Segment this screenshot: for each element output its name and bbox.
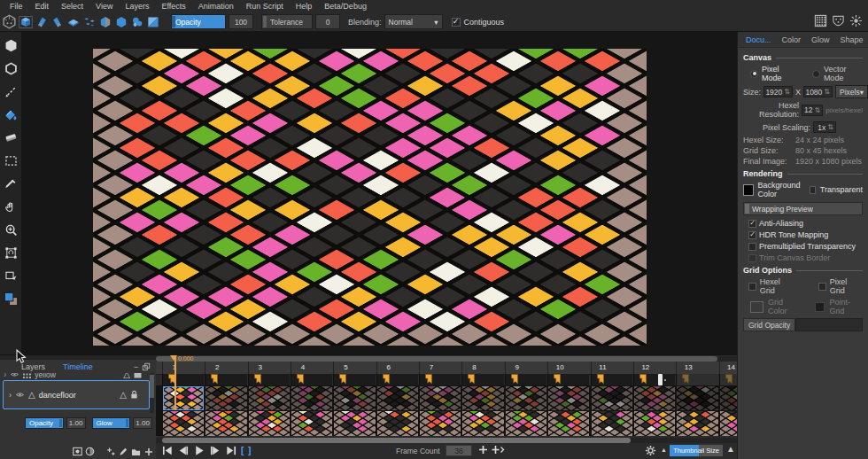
frame-thumbnail[interactable] [377,411,418,436]
frame-thumbnail[interactable] [592,386,632,410]
keyframe-cell[interactable] [505,374,546,385]
hexel-resolution-spinbox[interactable]: 12⇅ [802,105,823,116]
canvas-artwork[interactable] [93,49,647,346]
layer-row-dancefloor[interactable]: › △ dancefloor △ [3,380,150,409]
expand-icon[interactable]: › [9,391,12,400]
keyframe-cell[interactable] [333,374,375,385]
frame-thumbnail[interactable] [720,386,737,410]
frame-thumbnail[interactable] [291,411,332,436]
skip-end-icon[interactable] [225,445,237,456]
menu-select[interactable]: Select [55,2,89,11]
keyframe-cell[interactable] [162,374,204,385]
frame-thumbnail[interactable] [377,386,418,410]
frame-thumbnail[interactable] [634,386,675,410]
canvas-width-spinbox[interactable]: 1920⇅ [763,86,793,97]
thumbnail-size-slider[interactable]: Thumbnail Size [670,445,723,456]
layer-opacity-slider[interactable]: Opacity [25,417,64,429]
skip-start-icon[interactable] [161,445,174,456]
wedge-left-tool[interactable] [34,13,49,30]
app-logo[interactable] [2,13,17,30]
loop-toggle-icon[interactable]: [ ] [241,446,252,455]
frame-thumbnail[interactable] [462,386,503,410]
frame-number[interactable]: 3 [250,363,271,371]
menu-run-script[interactable]: Run Script [240,2,290,11]
menu-effects[interactable]: Effects [155,2,191,11]
layer-row-yellow[interactable]: › yellow △ [4,373,147,380]
frame-thumbnail[interactable] [205,386,246,410]
add-frame-icon[interactable] [478,445,488,455]
frame-thumbnail[interactable] [249,411,290,436]
slab-tool[interactable] [66,13,81,30]
frame-thumbnail[interactable] [291,386,332,410]
keyframe-marker[interactable] [639,374,647,385]
layer-opacity-value[interactable]: 1.00 [66,417,86,429]
eyedropper-tool[interactable] [2,175,19,193]
popout-panel-icon[interactable] [142,362,151,371]
frame-thumbnail[interactable] [720,411,737,436]
premultiplied-transparency-checkbox[interactable] [748,243,756,251]
frame-thumbnail[interactable] [420,386,461,410]
zoom-tool[interactable] [2,221,19,239]
frame-thumbnail[interactable] [677,386,717,410]
keyframe-marker[interactable] [425,374,433,385]
frame-number[interactable]: 11 [593,363,614,371]
menu-beta-debug[interactable]: Beta/Debug [318,2,373,11]
timeline-settings-gear-icon[interactable] [645,445,656,456]
keyframe-marker[interactable] [383,374,391,385]
opacity-slider[interactable]: Opacity [171,14,226,29]
keyframe-marker[interactable] [554,374,562,385]
menu-animation[interactable]: Animation [192,2,240,11]
keyframe-marker[interactable] [725,374,733,385]
expand-icon[interactable]: › [4,373,6,379]
add-layer-icon[interactable] [143,446,153,457]
canvas-resize-tool[interactable] [2,267,19,285]
menu-edit[interactable]: Edit [29,2,56,11]
keyframe-marker[interactable] [297,374,305,385]
blob-tool[interactable] [129,13,144,30]
frame-number[interactable]: 9 [507,363,528,371]
menu-view[interactable]: View [89,2,119,11]
grid-opacity-slider[interactable]: Grid Opacity [743,318,795,331]
frame-thumbnail[interactable] [205,411,246,436]
trim-canvas-border-checkbox[interactable] [748,254,756,262]
keyframe-marker[interactable] [468,374,476,385]
step-forward-icon[interactable] [209,445,221,456]
layers-scrollbar[interactable] [150,373,154,413]
keyframe-cell[interactable] [719,374,737,385]
background-color-swatch[interactable] [743,184,754,196]
tab-glow[interactable]: Glow [806,35,835,44]
point-grid-swatch[interactable] [815,302,825,312]
keyframe-marker[interactable] [682,374,690,385]
size-units-dropdown[interactable]: Pixels▾ [835,85,868,98]
onion-skin-icon[interactable] [85,446,95,457]
frame-thumbnail[interactable] [163,386,204,410]
lock-icon[interactable] [130,390,138,400]
frame-count-value[interactable]: 36 [446,445,472,456]
play-icon[interactable] [193,445,205,456]
pixel-grid-checkbox[interactable] [818,283,826,291]
frame-number[interactable]: 10 [549,363,570,371]
contiguous-checkbox[interactable]: ✓ [452,18,461,27]
keyframe-cell[interactable] [591,374,632,385]
keyframe-cell[interactable] [376,374,418,385]
menu-help[interactable]: Help [290,2,319,11]
frame-number[interactable]: 2 [206,363,228,371]
wedge-right-tool[interactable] [50,13,65,30]
pixel-scaling-spinbox[interactable]: 1x⇅ [813,121,836,133]
line-tool[interactable] [2,82,19,101]
frame-thumbnail[interactable] [548,386,589,410]
frame-number[interactable]: 14 [721,363,737,371]
tab-color[interactable]: Color [777,35,807,44]
keyframe-marker[interactable] [511,374,519,385]
hexagon-tool[interactable] [113,13,128,30]
layer-badge-icon[interactable]: △ [120,390,127,400]
frame-number[interactable]: 12 [635,363,656,371]
layer-mask-icon[interactable] [73,446,82,457]
frame-number[interactable]: 7 [421,363,442,371]
playhead-flag[interactable]: 0.000 [170,355,194,362]
group-layer-icon[interactable] [131,446,141,457]
tab-shape[interactable]: Shape [835,35,868,44]
frame-thumbnail[interactable] [163,411,204,436]
transform-tool[interactable] [2,244,19,262]
hexagon-brush-tool[interactable] [2,36,19,55]
